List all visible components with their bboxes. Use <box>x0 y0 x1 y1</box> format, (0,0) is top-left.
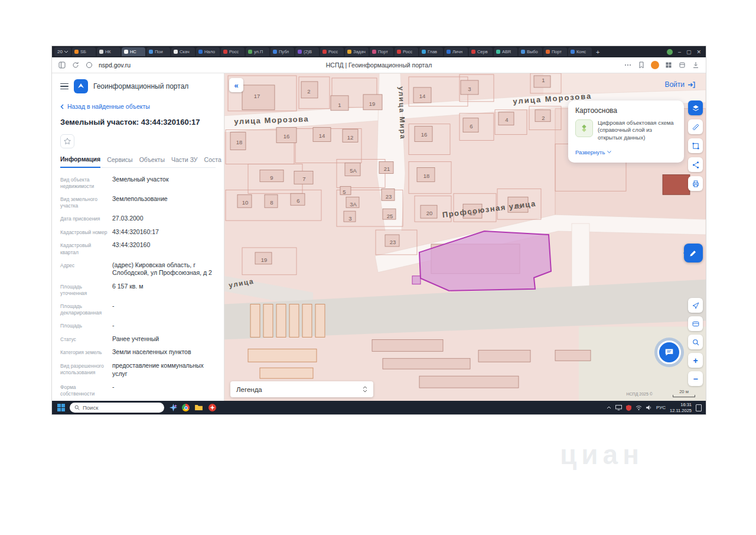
expand-link[interactable]: Развернуть <box>575 149 611 155</box>
browser-tab[interactable]: Пои <box>146 47 170 56</box>
browser-tab[interactable]: Публ <box>271 47 294 56</box>
network-icon[interactable] <box>636 405 642 410</box>
measure-button[interactable] <box>688 119 703 134</box>
chat-bubble-icon <box>664 347 674 358</box>
close-button[interactable]: ✕ <box>696 49 701 55</box>
draw-objects-fab[interactable] <box>684 244 703 262</box>
file-explorer-icon[interactable] <box>194 403 203 413</box>
sidebar-tab[interactable]: Сервисы <box>107 156 133 167</box>
panel-button[interactable] <box>688 316 703 331</box>
minimize-button[interactable]: – <box>678 49 681 55</box>
maximize-button[interactable]: ▢ <box>686 49 692 55</box>
portal-brand: Геоинформационный портал <box>93 82 188 90</box>
tab-label: Личн <box>452 49 462 54</box>
layers-button[interactable] <box>688 100 703 115</box>
browser-tab[interactable]: Выбо <box>519 47 542 56</box>
taskbar-search[interactable]: Поиск <box>70 403 164 413</box>
map-scale: 20 м <box>673 389 695 397</box>
favorite-button[interactable] <box>60 134 74 148</box>
browser-tab[interactable]: Глав <box>419 47 443 56</box>
sidebar-collapse-button[interactable]: « <box>229 78 243 92</box>
field-value: - <box>112 383 216 397</box>
taskbar-clock[interactable]: 16:31 12.11.2025 <box>670 402 692 414</box>
field-label: Кадастровый квартал <box>60 241 112 255</box>
url-text[interactable]: nspd.gov.ru <box>99 61 131 69</box>
menu-icon[interactable] <box>60 83 69 90</box>
browser-tab[interactable]: Конс <box>568 47 592 56</box>
field-row: Форма собственности- <box>60 383 216 397</box>
login-button[interactable]: Войти <box>664 80 695 89</box>
bookmark-flag-icon[interactable] <box>637 61 646 69</box>
tab-label: Порт <box>378 49 388 54</box>
display-icon[interactable] <box>615 405 622 410</box>
copilot-icon[interactable] <box>168 403 178 413</box>
browser-tab[interactable]: SБ <box>72 47 96 56</box>
sidebar-tab[interactable]: Информация <box>60 155 100 168</box>
side-panel-icon[interactable] <box>58 61 66 69</box>
browser-tab[interactable]: Нало <box>196 47 220 56</box>
notification-center-icon[interactable] <box>696 404 702 411</box>
tray-expand-icon[interactable] <box>607 406 611 409</box>
yandex-browser-icon[interactable] <box>207 403 217 413</box>
browser-tab[interactable]: НК <box>97 47 120 56</box>
sidebar-tab[interactable]: Соста <box>204 156 221 167</box>
browser-tab[interactable]: Росс <box>395 47 418 56</box>
print-button[interactable] <box>688 176 703 191</box>
locate-button[interactable] <box>688 298 703 313</box>
sidebar-tab[interactable]: Части ЗУ <box>171 156 198 167</box>
browser-tab[interactable]: НС <box>122 47 145 56</box>
layers-icon <box>692 104 700 112</box>
sidebar-tab[interactable]: Объекты <box>139 156 165 167</box>
map-search-button[interactable] <box>688 335 703 349</box>
share-button[interactable] <box>688 157 703 172</box>
support-chat-fab[interactable] <box>657 341 681 364</box>
language-indicator[interactable]: РУС <box>656 405 666 410</box>
browser-tab[interactable]: Порт <box>543 47 567 56</box>
field-row: Категория земельЗемли населенных пунктов <box>60 348 216 356</box>
collections-icon[interactable] <box>678 61 686 69</box>
field-value: Земли населенных пунктов <box>112 348 216 356</box>
extensions-icon[interactable] <box>664 61 673 69</box>
refresh-icon[interactable] <box>71 61 80 69</box>
map-viewport[interactable]: улица Морозоваулица Морозоваулица МираПр… <box>224 73 706 401</box>
nspd-logo-icon <box>74 79 88 93</box>
tab-favicon <box>198 50 203 54</box>
map-attribution: НСПД 2025 © <box>626 392 653 396</box>
browser-tab[interactable]: (2)В <box>295 47 319 56</box>
browser-tab[interactable]: ул.П <box>246 47 269 56</box>
browser-tab[interactable]: Скач <box>171 47 195 56</box>
security-icon[interactable] <box>626 405 631 411</box>
browser-tab[interactable]: Росс <box>320 47 344 56</box>
downloads-icon[interactable] <box>692 61 700 69</box>
browser-tab[interactable]: Серв <box>469 47 493 56</box>
clock-time: 16:31 <box>670 402 692 408</box>
profile-avatar[interactable] <box>651 61 659 69</box>
field-value: - <box>112 322 216 330</box>
browser-tab[interactable]: Задач <box>345 47 369 56</box>
field-row: Вид земельного участкаЗемлепользование <box>60 195 216 209</box>
legend-toggle[interactable]: Легенда <box>230 381 373 397</box>
tab-favicon <box>347 50 351 54</box>
browser-tab[interactable]: Личн <box>444 47 468 56</box>
browser-tab[interactable]: ABR <box>494 47 517 56</box>
sidebar-tabs: › ИнформацияСервисыОбъектыЧасти ЗУСоста <box>60 155 216 168</box>
site-info-icon[interactable] <box>85 61 93 69</box>
chrome-browser-icon[interactable] <box>182 404 190 411</box>
browser-tab[interactable]: Росс <box>221 47 245 56</box>
back-link[interactable]: Назад в найденные объекты <box>60 103 216 110</box>
zoom-in-button[interactable]: + <box>688 353 703 368</box>
start-button[interactable] <box>56 403 66 413</box>
legend-spinner-icon[interactable] <box>363 386 367 393</box>
tab-label: Росс <box>403 49 412 54</box>
tab-counter[interactable]: 20 <box>54 47 71 56</box>
zoom-out-button[interactable]: − <box>688 371 703 386</box>
browser-tab[interactable]: Порт <box>370 47 393 56</box>
field-row: Дата присвоения27.03.2000 <box>60 215 216 223</box>
new-tab-button[interactable]: + <box>593 48 602 56</box>
volume-icon[interactable] <box>646 405 652 410</box>
navigation-arrow-icon <box>692 301 700 310</box>
browser-profile-avatar[interactable] <box>667 49 673 55</box>
tab-favicon <box>521 50 525 54</box>
area-button[interactable] <box>688 138 703 153</box>
more-options-icon[interactable] <box>624 61 632 69</box>
